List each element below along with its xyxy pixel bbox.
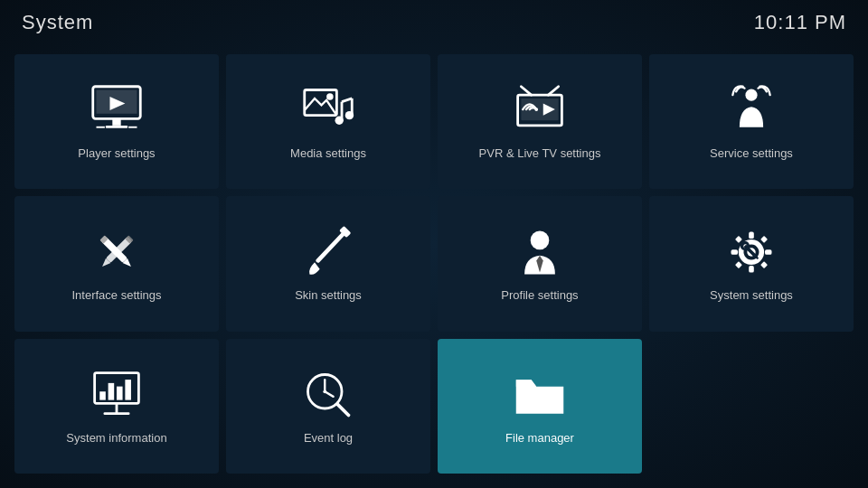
profile-settings-label: Profile settings — [501, 288, 578, 302]
tile-media-settings[interactable]: Media settings — [226, 54, 430, 189]
clock: 10:11 PM — [754, 11, 846, 34]
profile-icon — [513, 225, 567, 279]
header: System 10:11 PM — [0, 0, 868, 45]
tile-interface-settings[interactable]: Interface settings — [14, 196, 219, 331]
svg-rect-46 — [117, 386, 123, 399]
svg-line-27 — [318, 232, 345, 261]
media-icon — [301, 83, 355, 137]
event-log-label: Event log — [304, 431, 353, 445]
system-information-label: System information — [66, 431, 166, 445]
file-manager-label: File manager — [505, 431, 574, 445]
settings-grid: Player settings Media settings — [7, 47, 861, 481]
player-settings-label: Player settings — [78, 146, 155, 160]
sysinfo-icon — [90, 368, 144, 422]
svg-rect-45 — [108, 383, 115, 400]
filemanager-icon — [513, 368, 567, 422]
svg-rect-39 — [735, 262, 742, 269]
svg-rect-32 — [749, 232, 754, 239]
tile-system-information[interactable]: System information — [14, 339, 219, 474]
tile-pvr-settings[interactable]: PVR & Live TV settings — [438, 54, 642, 189]
app-title: System — [22, 11, 93, 34]
svg-rect-33 — [749, 266, 754, 273]
tile-profile-settings[interactable]: Profile settings — [438, 196, 642, 331]
svg-point-29 — [531, 231, 550, 250]
tile-system-settings[interactable]: System settings — [649, 196, 854, 331]
service-settings-label: Service settings — [710, 146, 793, 160]
tile-file-manager[interactable]: File manager — [438, 339, 642, 474]
svg-rect-35 — [765, 250, 772, 256]
skin-icon — [301, 225, 355, 279]
svg-point-12 — [335, 117, 344, 125]
skin-settings-label: Skin settings — [295, 288, 362, 302]
media-settings-label: Media settings — [290, 146, 366, 160]
tile-service-settings[interactable]: Service settings — [649, 54, 854, 189]
svg-rect-7 — [305, 90, 337, 116]
svg-line-10 — [342, 99, 352, 102]
svg-rect-4 — [106, 126, 127, 128]
svg-point-18 — [534, 108, 538, 111]
interface-settings-label: Interface settings — [72, 288, 162, 302]
service-icon — [724, 83, 778, 137]
system-settings-label: System settings — [710, 288, 793, 302]
pvr-settings-label: PVR & Live TV settings — [479, 146, 601, 160]
svg-rect-3 — [112, 119, 120, 127]
svg-point-20 — [745, 89, 757, 101]
interface-icon — [90, 225, 144, 279]
tile-player-settings[interactable]: Player settings — [14, 54, 219, 189]
svg-rect-44 — [99, 391, 106, 399]
svg-line-54 — [337, 404, 348, 415]
svg-rect-38 — [760, 236, 768, 243]
eventlog-icon — [301, 368, 355, 422]
svg-point-8 — [326, 93, 334, 100]
svg-rect-34 — [731, 250, 739, 256]
svg-rect-36 — [735, 236, 742, 243]
system-settings-icon — [724, 225, 778, 279]
svg-point-53 — [323, 389, 326, 393]
svg-rect-47 — [125, 380, 131, 400]
player-icon — [90, 83, 144, 137]
tile-event-log[interactable]: Event log — [226, 339, 430, 474]
svg-rect-37 — [760, 262, 768, 269]
tile-skin-settings[interactable]: Skin settings — [226, 196, 430, 331]
svg-point-13 — [345, 111, 354, 119]
pvr-icon — [513, 83, 567, 137]
